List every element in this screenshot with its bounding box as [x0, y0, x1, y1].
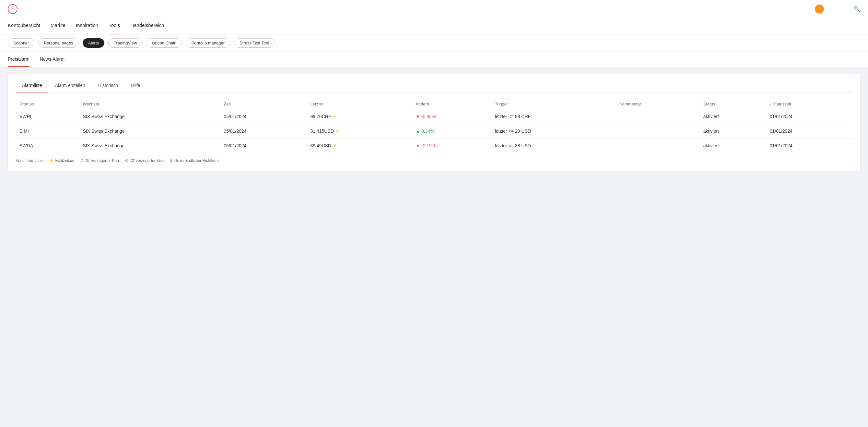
kurs-icon-3: ◎ — [170, 158, 173, 163]
table-header: ProduktWechselZeitLetzterÄndernTriggerKo… — [16, 99, 852, 109]
main-nav: KontoübersichtMärkteInspirationToolsHand… — [0, 18, 868, 34]
logo-icon: ~ — [8, 4, 18, 14]
top-header: ~ 🔍 — [0, 0, 868, 18]
arrow-down-icon: ▼ — [415, 114, 420, 119]
cell-statuszeit: 01/01/2024 — [766, 124, 852, 139]
cell-wechsel: SIX Swiss Exchange — [79, 139, 220, 153]
col-produkt: Produkt — [16, 99, 79, 109]
lightning-icon: ⚡ — [333, 144, 337, 148]
cell-wechsel: SIX Swiss Exchange — [79, 109, 220, 124]
cell-zeit: 05/01/2024 — [220, 124, 306, 139]
col-trigger: Trigger — [491, 99, 616, 109]
sort-icon: ↓ — [770, 102, 773, 106]
cell-letzter: 99.70CHF ⚡ — [306, 109, 412, 124]
section-tabs: PreisalarmNews-Alarm — [0, 52, 868, 67]
cell-produkt[interactable]: SWDA — [16, 139, 79, 153]
table-header-row: ProduktWechselZeitLetzterÄndernTriggerKo… — [16, 99, 852, 109]
crypto-assets-button[interactable] — [815, 4, 829, 13]
kurs-label-0: Echtzeikurs — [55, 158, 75, 163]
pill-optionchain[interactable]: Option Chain — [147, 38, 182, 48]
cell-status: aktiviert — [700, 124, 766, 139]
alarm-table: ProduktWechselZeitLetzterÄndernTriggerKo… — [16, 99, 852, 153]
pill-personalpages[interactable]: Personal pages — [38, 38, 79, 48]
col-aendern: Ändern — [412, 99, 491, 109]
cell-status: aktiviert — [700, 139, 766, 153]
cell-trigger: letzter <= 98 CHF — [491, 109, 616, 124]
cell-status: aktiviert — [700, 109, 766, 124]
change-value: ▲ 0.34% — [415, 129, 434, 134]
inner-tabs: AlarmlisteAlarm erstellenHistorischHilfe — [16, 80, 852, 92]
pill-stresstesttool[interactable]: Stress Test Tool — [234, 38, 275, 48]
cell-kommentar — [616, 139, 700, 153]
kurs-info-item-0: ⚡Echtzeikurs — [49, 158, 75, 163]
cell-produkt[interactable]: VWRL — [16, 109, 79, 124]
cell-aendern: ▼ -0.19% — [412, 139, 491, 153]
kurs-icon-1: ⊙ — [81, 158, 84, 163]
kurs-info-item-2: ⊙20' verzögerter Kurs — [125, 158, 165, 163]
sub-nav: ScannerPersonal pagesAlertsTradingViewOp… — [0, 34, 868, 52]
cell-kommentar — [616, 124, 700, 139]
lightning-icon: ⚡ — [332, 115, 337, 119]
cell-letzter: 89.49USD ⚡ — [306, 139, 412, 153]
kurs-icon-2: ⊙ — [125, 158, 128, 163]
bitcoin-icon — [815, 4, 824, 13]
inner-tab-alarmliste[interactable]: Alarmliste — [16, 80, 48, 92]
section-tab-preisalarm[interactable]: Preisalarm — [8, 52, 30, 67]
cell-aendern: ▼ -0.36% — [412, 109, 491, 124]
main-content: AlarmlisteAlarm erstellenHistorischHilfe… — [0, 67, 868, 242]
kurs-label-1: 15' verzögerter Kurs — [85, 158, 120, 163]
nav-item-tools[interactable]: Tools — [108, 18, 120, 34]
arrow-up-icon: ▲ — [415, 129, 420, 134]
pill-portfoliomanager[interactable]: Portfolio manager — [186, 38, 230, 48]
nav-item-inspiration[interactable]: Inspiration — [76, 18, 98, 34]
cell-statuszeit: 01/01/2024 — [766, 139, 852, 153]
cell-kommentar — [616, 109, 700, 124]
change-value: ▼ -0.36% — [415, 114, 436, 119]
section-tab-newsalarm[interactable]: News-Alarm — [40, 52, 64, 67]
inner-tab-hilfe[interactable]: Hilfe — [124, 80, 147, 92]
inner-tab-alarmerstellen[interactable]: Alarm erstellen — [48, 80, 91, 92]
kurs-info: Kursinformation:⚡Echtzeikurs⊙15' verzöge… — [16, 158, 852, 163]
cell-letzter: 31.415USD ⚡ — [306, 124, 412, 139]
table-row: SWDASIX Swiss Exchange05/01/202489.49USD… — [16, 139, 852, 153]
pill-tradingview[interactable]: TradingView — [108, 38, 143, 48]
price-value: 99.70CHF — [310, 114, 331, 119]
col-statuszeit[interactable]: ↓ Statuszeit — [766, 99, 852, 109]
kurs-info-item-3: ◎Unverbindlicher Richtkurs — [170, 158, 219, 163]
kurs-icon-0: ⚡ — [49, 158, 54, 163]
lightning-icon: ⚡ — [335, 129, 340, 133]
kurs-info-item-1: ⊙15' verzögerter Kurs — [81, 158, 120, 163]
cell-zeit: 05/01/2024 — [220, 139, 306, 153]
kurs-label-3: Unverbindlicher Richtkurs — [175, 158, 219, 163]
price-value: 31.415USD — [310, 129, 334, 134]
table-row: VWRLSIX Swiss Exchange05/01/202499.70CHF… — [16, 109, 852, 124]
logo-area: ~ — [8, 4, 20, 14]
cell-trigger: letzter <= 88 USD — [491, 139, 616, 153]
kurs-label-2: 20' verzögerter Kurs — [130, 158, 165, 163]
alarms-card: AlarmlisteAlarm erstellenHistorischHilfe… — [8, 74, 860, 171]
cell-zeit: 05/01/2024 — [220, 109, 306, 124]
col-zeit: Zeit — [220, 99, 306, 109]
pill-scanner[interactable]: Scanner — [8, 38, 34, 48]
cell-statuszeit: 01/01/2024 — [766, 109, 852, 124]
table-body: VWRLSIX Swiss Exchange05/01/202499.70CHF… — [16, 109, 852, 153]
kurs-info-label: Kursinformation: — [16, 158, 44, 163]
cell-trigger: letzter <= 29 USD — [491, 124, 616, 139]
col-letzter: Letzter — [306, 99, 412, 109]
header-right: 🔍 — [815, 4, 860, 13]
pill-alerts[interactable]: Alerts — [83, 38, 104, 48]
inner-tab-historisch[interactable]: Historisch — [92, 80, 124, 92]
search-icon[interactable]: 🔍 — [854, 6, 860, 12]
empty-area — [8, 171, 860, 235]
table-row: EIMISIX Swiss Exchange05/01/202431.415US… — [16, 124, 852, 139]
col-wechsel: Wechsel — [79, 99, 220, 109]
nav-item-handelsbereich[interactable]: Handelsbereich — [130, 18, 164, 34]
cell-produkt[interactable]: EIMI — [16, 124, 79, 139]
nav-item-kontobersicht[interactable]: Kontoübersicht — [8, 18, 40, 34]
col-status: Status — [700, 99, 766, 109]
cell-aendern: ▲ 0.34% — [412, 124, 491, 139]
col-kommentar: Kommentar — [616, 99, 700, 109]
cell-wechsel: SIX Swiss Exchange — [79, 124, 220, 139]
change-value: ▼ -0.19% — [415, 143, 436, 148]
nav-item-mrkte[interactable]: Märkte — [51, 18, 65, 34]
